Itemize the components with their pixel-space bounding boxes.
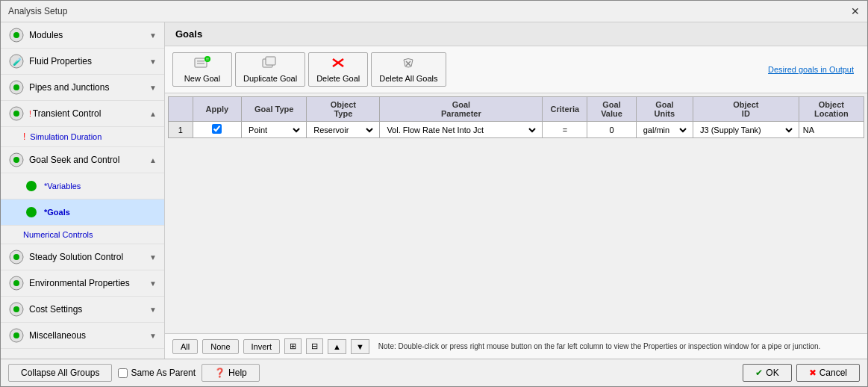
delete-all-goals-button[interactable]: Delete All Goals bbox=[371, 52, 446, 87]
down-arrow-icon: ▼ bbox=[356, 342, 364, 351]
goal-type-select[interactable]: Point bbox=[246, 125, 302, 135]
sidebar-item-steady[interactable]: Steady Solution Control ▼ bbox=[1, 244, 164, 270]
sidebar-item-cost[interactable]: Cost Settings ▼ bbox=[1, 297, 164, 323]
delete-goal-label: Delete Goal bbox=[316, 74, 360, 83]
sidebar-item-misc[interactable]: Miscellaneous ▼ bbox=[1, 323, 164, 349]
row-goal-units[interactable]: gal/min bbox=[636, 122, 693, 138]
duplicate-goal-button[interactable]: Duplicate Goal bbox=[235, 52, 305, 87]
col-goal-value: GoalValue bbox=[587, 97, 636, 122]
svg-point-7 bbox=[13, 111, 19, 117]
same-as-parent-checkbox[interactable] bbox=[118, 368, 128, 378]
col-criteria: Criteria bbox=[543, 97, 587, 122]
footer-left: Collapse All Groups Same As Parent ❓ Hel… bbox=[8, 364, 260, 382]
pipes-icon bbox=[8, 79, 25, 96]
goal-seek-icon bbox=[8, 152, 25, 168]
sidebar-item-variables[interactable]: *Variables bbox=[1, 173, 164, 199]
row-goal-type[interactable]: Point bbox=[242, 122, 307, 138]
col-object-id: ObjectID bbox=[693, 97, 799, 122]
object-type-select[interactable]: Reservoir bbox=[310, 125, 375, 135]
ok-icon: ✔ bbox=[755, 368, 763, 378]
duplicate-goal-label: Duplicate Goal bbox=[243, 74, 297, 83]
none-button[interactable]: None bbox=[202, 339, 238, 354]
environmental-icon bbox=[8, 275, 25, 291]
all-button[interactable]: All bbox=[172, 339, 198, 354]
svg-point-5 bbox=[13, 84, 19, 90]
col-apply: Apply bbox=[193, 97, 241, 122]
sidebar-goals-label: *Goals bbox=[44, 208, 70, 217]
row-goal-value[interactable] bbox=[587, 122, 636, 138]
row-goal-param[interactable]: Vol. Flow Rate Net Into Jct bbox=[380, 122, 543, 138]
svg-rect-26 bbox=[206, 59, 210, 60]
collapse-all-button[interactable]: Collapse All Groups bbox=[8, 364, 112, 382]
fluid-icon: 🧪 bbox=[8, 53, 25, 69]
goal-value-input[interactable] bbox=[591, 126, 631, 134]
analysis-setup-window: Analysis Setup ✕ Modules ▼ 🧪 Fluid Prope… bbox=[0, 0, 868, 387]
col-object-type: ObjectType bbox=[307, 97, 380, 122]
grid-expand-button[interactable]: ⊞ bbox=[284, 338, 302, 354]
cost-arrow: ▼ bbox=[149, 306, 157, 314]
same-as-parent-label: Same As Parent bbox=[131, 368, 196, 378]
sidebar-item-modules[interactable]: Modules ▼ bbox=[1, 22, 164, 49]
apply-checkbox[interactable] bbox=[212, 124, 222, 134]
up-arrow-icon: ▲ bbox=[333, 342, 341, 351]
window-title: Analysis Setup bbox=[8, 6, 67, 16]
move-down-button[interactable]: ▼ bbox=[351, 339, 369, 354]
sidebar-item-fluid[interactable]: 🧪 Fluid Properties ▼ bbox=[1, 49, 164, 75]
pipes-arrow: ▼ bbox=[149, 84, 157, 92]
cancel-label: Cancel bbox=[819, 368, 847, 378]
sidebar-item-environmental[interactable]: Environmental Properties ▼ bbox=[1, 270, 164, 297]
svg-rect-22 bbox=[197, 63, 204, 64]
sidebar-item-goal-seek[interactable]: Goal Seek and Control ▲ bbox=[1, 147, 164, 173]
sidebar-item-pipes[interactable]: Pipes and Junctions ▼ bbox=[1, 75, 164, 101]
cancel-button[interactable]: ✖ Cancel bbox=[796, 364, 860, 382]
sidebar-environmental-label: Environmental Properties bbox=[29, 278, 149, 288]
right-panel: Goals New Goa bbox=[165, 22, 867, 359]
help-button[interactable]: ❓ Help bbox=[202, 364, 260, 382]
environmental-arrow: ▼ bbox=[149, 279, 157, 288]
table-bottom-bar: All None Invert ⊞ ⊟ ▲ ▼ Note: Double-cli… bbox=[165, 333, 867, 359]
cost-icon bbox=[8, 301, 25, 318]
object-id-select[interactable]: J3 (Supply Tank) bbox=[697, 125, 795, 135]
desired-output-button[interactable]: Desired goals in Output bbox=[762, 62, 860, 77]
col-goal-units: GoalUnits bbox=[636, 97, 693, 122]
row-criteria: = bbox=[543, 122, 587, 138]
modules-arrow: ▼ bbox=[149, 31, 157, 40]
desired-output-label: Desired goals in Output bbox=[768, 65, 854, 74]
goals-table: Apply Goal Type ObjectType GoalParameter… bbox=[168, 96, 864, 138]
sidebar-item-sim-duration[interactable]: ! Simulation Duration bbox=[1, 127, 164, 147]
sidebar-item-numerical[interactable]: Numerical Controls bbox=[1, 226, 164, 244]
ok-label: OK bbox=[766, 368, 778, 378]
delete-goal-button[interactable]: Delete Goal bbox=[308, 52, 368, 87]
goal-units-select[interactable]: gal/min bbox=[640, 125, 689, 135]
svg-text:🧪: 🧪 bbox=[13, 57, 22, 66]
invert-button[interactable]: Invert bbox=[243, 339, 281, 354]
title-bar: Analysis Setup ✕ bbox=[1, 1, 867, 22]
row-object-type[interactable]: Reservoir bbox=[307, 122, 380, 138]
cancel-icon: ✖ bbox=[809, 368, 817, 378]
grid-expand-icon: ⊞ bbox=[290, 341, 296, 350]
close-button[interactable]: ✕ bbox=[851, 5, 860, 17]
toolbar: New Goal Duplicate Goal bbox=[165, 46, 867, 93]
sidebar-item-goals[interactable]: *Goals bbox=[1, 199, 164, 226]
same-as-parent-wrap: Same As Parent bbox=[118, 368, 196, 378]
modules-icon bbox=[8, 27, 25, 43]
row-object-id[interactable]: J3 (Supply Tank) bbox=[693, 122, 799, 138]
sidebar-goal-seek-label: Goal Seek and Control bbox=[29, 155, 149, 165]
ok-button[interactable]: ✔ OK bbox=[743, 364, 791, 382]
misc-arrow: ▼ bbox=[149, 332, 157, 340]
svg-point-19 bbox=[13, 332, 19, 338]
duplicate-goal-icon bbox=[262, 56, 278, 72]
sidebar-steady-label: Steady Solution Control bbox=[29, 252, 149, 262]
delete-goal-icon bbox=[330, 56, 346, 72]
transient-arrow: ▲ bbox=[149, 110, 157, 118]
grid-collapse-button[interactable]: ⊟ bbox=[306, 338, 323, 354]
row-apply[interactable] bbox=[193, 122, 241, 138]
sidebar-item-transient[interactable]: ! Transient Control ▲ bbox=[1, 101, 164, 127]
new-goal-button[interactable]: New Goal bbox=[172, 52, 232, 87]
svg-rect-28 bbox=[266, 57, 275, 65]
goal-param-select[interactable]: Vol. Flow Rate Net Into Jct bbox=[384, 125, 538, 135]
steady-arrow: ▼ bbox=[149, 253, 157, 261]
row-num: 1 bbox=[169, 122, 193, 138]
transient-warn-icon: ! bbox=[29, 110, 31, 118]
move-up-button[interactable]: ▲ bbox=[328, 339, 346, 354]
